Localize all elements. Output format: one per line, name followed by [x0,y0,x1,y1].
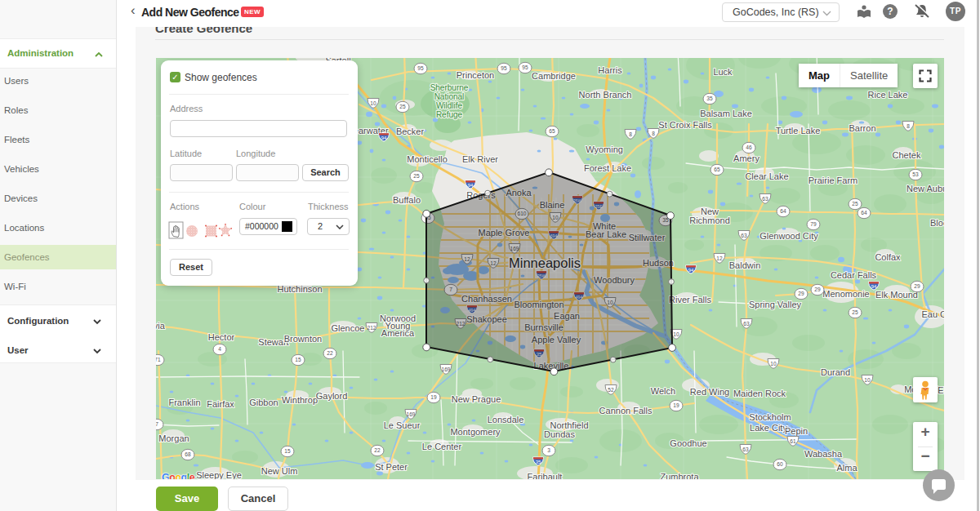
svg-text:Glencoe: Glencoe [332,323,365,333]
svg-text:Lake City: Lake City [750,423,787,433]
svg-text:29: 29 [798,291,804,296]
svg-text:19: 19 [430,394,437,400]
svg-text:Forest Lake: Forest Lake [584,163,631,173]
svg-text:63: 63 [762,196,768,202]
svg-text:35: 35 [536,460,541,464]
svg-text:Gaylord: Gaylord [316,391,348,401]
svg-text:Fairfax: Fairfax [207,399,234,409]
svg-text:64: 64 [780,208,786,214]
svg-text:Baldwin: Baldwin [729,260,761,270]
svg-text:94: 94 [381,136,387,140]
svg-text:35: 35 [706,96,713,101]
svg-text:8: 8 [652,131,655,136]
svg-text:Sleepy Eye: Sleepy Eye [196,470,242,479]
svg-text:Brownton: Brownton [284,334,322,344]
svg-text:95: 95 [501,65,507,71]
svg-text:15: 15 [284,448,291,454]
svg-text:Monticello: Monticello [407,154,448,164]
svg-text:Morgan: Morgan [158,433,189,443]
svg-text:79: 79 [810,221,817,227]
svg-text:Balsam Lake: Balsam Lake [700,109,752,118]
svg-text:River Falls: River Falls [669,295,711,304]
svg-text:Cambridge: Cambridge [532,71,576,81]
svg-text:Elk Mound: Elk Mound [875,290,918,300]
svg-text:Richmond: Richmond [689,216,730,225]
svg-text:169: 169 [441,367,450,372]
svg-text:Rice Lake: Rice Lake [868,90,908,100]
svg-text:Faribault: Faribault [528,472,563,479]
svg-text:Amery: Amery [733,153,760,163]
svg-text:Menomonie: Menomonie [822,289,869,299]
svg-text:25: 25 [399,104,406,109]
svg-text:10: 10 [864,377,871,383]
svg-text:15: 15 [295,357,301,362]
svg-text:Red Wing: Red Wing [690,387,729,397]
svg-text:63: 63 [743,321,750,327]
svg-text:29: 29 [814,287,821,292]
svg-text:7: 7 [156,421,158,427]
svg-text:3: 3 [547,447,550,453]
svg-text:Harris: Harris [598,65,622,75]
svg-text:Goodhue: Goodhue [670,438,706,448]
svg-text:Gibbon: Gibbon [249,398,278,407]
svg-text:St Peter: St Peter [375,462,408,472]
svg-text:12: 12 [716,256,723,261]
svg-text:Cedar Falls: Cedar Falls [831,270,877,280]
svg-text:North Branch: North Branch [579,90,632,100]
svg-text:4: 4 [218,346,221,352]
svg-text:22: 22 [327,350,333,356]
svg-text:Sherburne: Sherburne [430,83,469,92]
svg-text:Welch: Welch [651,386,675,396]
svg-text:25: 25 [852,309,858,315]
svg-text:Eau Cla: Eau Cla [921,309,944,319]
svg-text:Cannon Falls: Cannon Falls [599,406,653,415]
svg-text:Refuge: Refuge [436,110,463,119]
svg-text:Winthrop: Winthrop [282,395,318,405]
svg-text:Turtle Lake: Turtle Lake [776,126,821,136]
svg-text:22: 22 [374,447,381,453]
svg-text:19: 19 [673,402,679,408]
svg-text:Pepin: Pepin [785,426,808,436]
svg-text:Buffalo: Buffalo [393,195,421,205]
svg-text:94: 94 [468,183,474,188]
svg-text:Elk River: Elk River [462,154,498,164]
svg-text:8: 8 [906,123,910,129]
svg-text:Barron: Barron [849,123,875,133]
svg-text:Wyoming: Wyoming [586,144,623,154]
svg-text:Olivia: Olivia [156,321,166,331]
svg-text:Le Sueur: Le Sueur [384,420,421,430]
svg-text:95: 95 [417,65,424,71]
svg-text:61: 61 [790,438,796,444]
svg-text:Bloo: Bloo [930,218,944,228]
svg-text:Hector: Hector [208,332,235,342]
svg-text:25: 25 [852,201,858,207]
svg-text:Alma: Alma [836,463,858,473]
svg-text:Becker: Becker [396,127,425,136]
svg-text:New Prague: New Prague [452,394,501,404]
svg-text:America: America [381,328,415,338]
svg-text:Eleva: Eleva [938,385,944,395]
svg-text:Luck: Luck [713,67,733,77]
svg-text:52: 52 [608,387,614,393]
svg-text:Franklin: Franklin [168,398,200,407]
svg-text:60: 60 [777,461,783,467]
svg-text:Lonsdale: Lonsdale [488,415,524,424]
svg-text:Zumbrota: Zumbrota [660,472,699,479]
svg-text:Durand: Durand [821,367,850,377]
svg-text:8: 8 [629,131,632,137]
svg-text:Princeton: Princeton [457,70,494,80]
svg-text:169: 169 [406,411,415,417]
svg-text:64: 64 [861,210,867,216]
svg-text:Clear Lake: Clear Lake [745,171,788,181]
svg-text:212: 212 [367,325,376,331]
svg-text:Montgomery: Montgomery [450,427,501,437]
svg-text:National: National [434,92,465,101]
svg-text:29: 29 [914,283,920,289]
svg-text:25: 25 [413,173,420,179]
svg-text:Prairie Farm: Prairie Farm [808,176,858,185]
svg-text:Wabasha: Wabasha [804,449,843,459]
svg-text:Maiden Rock: Maiden Rock [733,389,786,398]
svg-text:46: 46 [746,144,752,150]
svg-text:94: 94 [871,284,877,289]
svg-text:Stockholm: Stockholm [749,412,791,422]
